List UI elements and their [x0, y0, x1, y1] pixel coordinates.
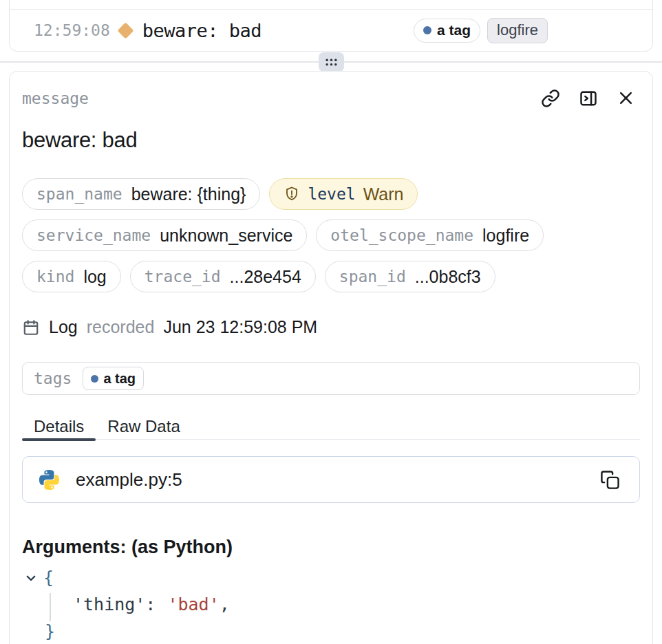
pill-kind[interactable]: kind log [22, 261, 121, 292]
log-row-tag[interactable]: a tag [414, 19, 480, 43]
shield-warning-icon [284, 186, 300, 202]
attribute-pills: span_name beware: {thing} level Warn ser… [22, 178, 640, 292]
pill-span-id[interactable]: span_id ...0b8cf3 [325, 261, 495, 292]
tag-dot-icon [91, 375, 98, 383]
panel-label: message [22, 89, 89, 107]
drag-handle[interactable] [319, 52, 344, 72]
panel-tabs: Details Raw Data [22, 414, 640, 440]
pill-otel-scope-name[interactable]: otel_scope_name logfire [316, 219, 544, 251]
code-trailing-comma: , [220, 594, 230, 614]
drag-dots-icon [325, 58, 338, 67]
previous-row-divider [10, 0, 652, 10]
tag-label: a tag [437, 22, 471, 39]
tag-chip-label: a tag [103, 371, 136, 387]
recorded-kind: Log [49, 317, 78, 337]
close-brace: } [45, 621, 55, 641]
code-entry-key: 'thing' [73, 594, 145, 614]
log-row-message: beware: bad [142, 20, 261, 41]
pill-span-name[interactable]: span_name beware: {thing} [22, 178, 260, 210]
panel-header: message [22, 89, 640, 108]
recorded-timestamp-row: Log recorded Jun 23 12:59:08 PM [22, 317, 640, 337]
copy-icon[interactable] [600, 470, 620, 490]
copy-link-icon[interactable] [541, 89, 560, 108]
pill-service-name[interactable]: service_name unknown_service [22, 219, 307, 251]
pill-trace-id[interactable]: trace_id ...28e454 [130, 261, 316, 292]
python-logo-icon [39, 470, 59, 490]
pill-level-warn[interactable]: level Warn [269, 178, 418, 210]
tag-chip[interactable]: a tag [83, 367, 144, 390]
code-separator: : [145, 594, 156, 614]
tab-details[interactable]: Details [22, 414, 96, 439]
recorded-datetime: Jun 23 12:59:08 PM [163, 317, 317, 337]
source-file-box[interactable]: example.py:5 [22, 456, 640, 503]
log-row[interactable]: 12:59:08 beware: bad a tag logfire [10, 10, 652, 51]
tag-dot-icon [423, 26, 431, 34]
tab-raw-data[interactable]: Raw Data [96, 414, 191, 439]
source-file-name: example.py:5 [76, 469, 182, 491]
tags-box: tags a tag [22, 362, 640, 395]
recorded-verb: recorded [87, 317, 155, 337]
open-brace: { [43, 568, 54, 588]
open-side-panel-icon[interactable] [579, 89, 598, 108]
warn-level-diamond-icon [117, 22, 134, 39]
arguments-heading: Arguments: (as Python) [22, 537, 640, 558]
code-entry-value: 'bad' [167, 594, 219, 614]
log-timestamp: 12:59:08 [34, 21, 110, 39]
arguments-code-block: { 'thing':'bad', } [22, 564, 640, 644]
indent-guide-line [50, 593, 51, 621]
scope-badge[interactable]: logfire [487, 18, 548, 43]
collapse-chevron-down-icon[interactable] [25, 572, 37, 584]
panel-title: beware: bad [22, 128, 640, 153]
tags-label: tags [34, 369, 72, 387]
log-list-card: 12:59:08 beware: bad a tag logfire [9, 0, 653, 52]
close-icon[interactable] [617, 89, 636, 108]
calendar-icon [22, 319, 40, 336]
detail-panel: message beware: bad [9, 71, 653, 644]
